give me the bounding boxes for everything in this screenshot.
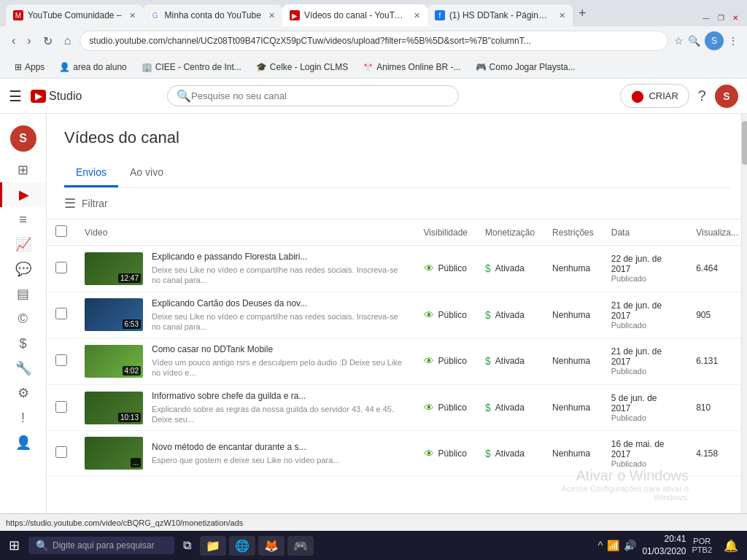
bookmark-ciee-label: CIEE - Centro de Int... [155,62,241,72]
minimize-button[interactable]: — [700,12,712,23]
tab-3[interactable]: ▶ Vídeos do canal - YouTu... ✕ [282,4,427,26]
filter-text: Filtrar [82,198,108,209]
row5-checkbox[interactable] [55,446,67,458]
sidebar-item-account[interactable]: 👤 [0,430,46,455]
profile-avatar[interactable]: S [705,31,724,50]
row5-date: 16 de mai. de 2017 Publicado [603,431,687,476]
search-icon-button[interactable]: 🔍 [688,35,700,47]
taskbar-search[interactable]: 🔍 Digite aqui para pesquisar [28,537,174,554]
table-row: 4:02 Como casar no DDTank Mobile Vídeo u… [47,338,747,385]
sidebar-item-avatar[interactable]: S [0,120,46,158]
help-button[interactable]: ? [698,88,706,104]
bookmark-celke[interactable]: 🎓 Celke - Login CLMS [250,59,354,75]
select-all-checkbox[interactable] [55,225,67,237]
restore-button[interactable]: ❐ [715,12,727,23]
tab-4[interactable]: f (1) HS DDTank - Página i... ✕ [427,4,573,26]
task-view-button[interactable]: ⧉ [177,536,197,555]
col-video: Vídeo [76,219,415,246]
tray-network-icon[interactable]: 📶 [607,540,619,551]
studio-search-input[interactable] [191,90,449,101]
visibility-icon-4: 👁 [424,402,434,413]
tab-close-3[interactable]: ✕ [414,11,420,20]
start-button[interactable]: ⊞ [3,534,26,556]
taskbar-app-explorer[interactable]: 📁 [200,536,226,556]
bookmark-animes[interactable]: 🎌 Animes Online BR -... [357,59,466,75]
tab-envios[interactable]: Envios [64,159,118,187]
row1-title[interactable]: Explicando e passando Floresta Labiri... [152,252,406,262]
sidebar-item-videos[interactable]: ▶ [0,182,46,207]
criar-button[interactable]: ⬤ CRIAR [620,84,689,108]
tab-close-4[interactable]: ✕ [559,11,565,20]
row3-title[interactable]: Como casar no DDTank Mobile [152,344,406,354]
table-body: 12:47 Explicando e passando Floresta Lab… [47,246,747,476]
copyright-icon: © [18,312,28,325]
sidebar-item-analytics[interactable]: 📈 [0,232,46,257]
bookmark-area-aluno[interactable]: 👤 area do aluno [53,59,132,75]
user-avatar[interactable]: S [715,85,738,108]
row4-title[interactable]: Informativo sobre chefe da guilda e ra..… [152,391,406,401]
row5-monetization: $ Ativada [476,431,543,476]
home-button[interactable]: ⌂ [61,31,74,50]
close-button[interactable]: ✕ [729,12,741,23]
row2-views: 905 [687,292,747,338]
sidebar-item-comments[interactable]: 💬 [0,257,46,281]
status-url: https://studio.youtube.com/video/cBQRG_q… [6,518,243,527]
row5-visibility: 👁 Público [415,431,477,476]
account-icon: 👤 [15,436,31,449]
row3-checkbox[interactable] [55,354,67,366]
refresh-button[interactable]: ↻ [40,31,55,51]
tab-favicon-4: f [435,10,445,20]
yt-studio-app: ☰ ▶ Studio 🔍 ⬤ CRIAR ? S S ⊞ ▶ ≡ [0,79,747,514]
taskbar-app-firefox[interactable]: 🦊 [258,536,285,556]
bookmark-apps[interactable]: ⊞ Apps [9,59,50,75]
bookmark-star-button[interactable]: ☆ [674,35,684,47]
taskbar-app-game[interactable]: 🎮 [287,536,314,556]
tray-icons: ^ 📶 🔊 [598,540,637,551]
sidebar-item-copyright[interactable]: © [0,306,46,331]
sidebar-item-feedback[interactable]: ! [0,405,46,430]
hamburger-menu-button[interactable]: ☰ [9,88,22,105]
tab-close-2[interactable]: ✕ [268,11,275,20]
row4-checkbox[interactable] [55,401,67,413]
address-input[interactable] [80,31,668,51]
scrollbar-track[interactable] [741,114,747,513]
tray-volume-icon[interactable]: 🔊 [624,540,636,551]
forward-button[interactable]: › [24,31,34,50]
sidebar-item-monetization[interactable]: $ [0,331,46,356]
tab-1[interactable]: M YouTube Comunidade – ✕ [6,4,143,26]
tab-title-1: YouTube Comunidade – [28,10,122,20]
sidebar-item-settings[interactable]: ⚙ [0,381,46,405]
studio-search-bar[interactable]: 🔍 [167,85,459,106]
sidebar-item-customization[interactable]: 🔧 [0,356,46,381]
row3-date-text: 21 de jun. de 2017 [611,346,678,367]
row2-title[interactable]: Explicando Cartão dos Deuses da nov... [152,298,406,308]
row1-checkbox[interactable] [55,262,67,273]
sidebar-item-subtitles[interactable]: ▤ [0,281,46,306]
row5-date-cell: 16 de mai. de 2017 Publicado [611,439,678,468]
row1-views: 6.464 [687,246,747,292]
menu-dots-button[interactable]: ⋮ [728,35,738,47]
scrollbar-thumb[interactable] [742,121,747,165]
taskbar-app-chrome[interactable]: 🌐 [229,536,255,556]
row5-title[interactable]: Novo método de encantar durante a s... [152,442,339,452]
tab-close-1[interactable]: ✕ [129,11,136,20]
new-tab-button[interactable]: + [573,6,592,21]
row2-checkbox[interactable] [55,308,67,319]
sidebar-item-dashboard[interactable]: ⊞ [0,158,46,182]
notification-button[interactable]: 🔔 [718,536,744,556]
tab-ao-vivo[interactable]: Ao vivo [118,159,175,187]
taskbar-time[interactable]: 20:41 01/03/2020 [642,533,686,558]
back-button[interactable]: ‹ [9,31,18,50]
bookmark-ciee[interactable]: 🏢 CIEE - Centro de Int... [136,59,247,75]
sidebar-item-playlists[interactable]: ≡ [0,207,46,232]
watermark-subtitle2: Windows. [562,493,689,502]
customization-icon: 🔧 [15,362,31,375]
tab-2[interactable]: G Minha conta do YouTube ✕ [143,4,282,26]
video-tabs: Envios Ao vivo [64,159,729,188]
search-icon: 🔍 [177,89,191,103]
row2-checkbox-cell [47,292,76,338]
tray-up-icon[interactable]: ^ [598,540,603,551]
row4-status: Publicado [611,413,678,422]
filter-icon[interactable]: ☰ [64,195,76,211]
bookmark-playsta[interactable]: 🎮 Como Jogar Playsta... [470,59,581,75]
